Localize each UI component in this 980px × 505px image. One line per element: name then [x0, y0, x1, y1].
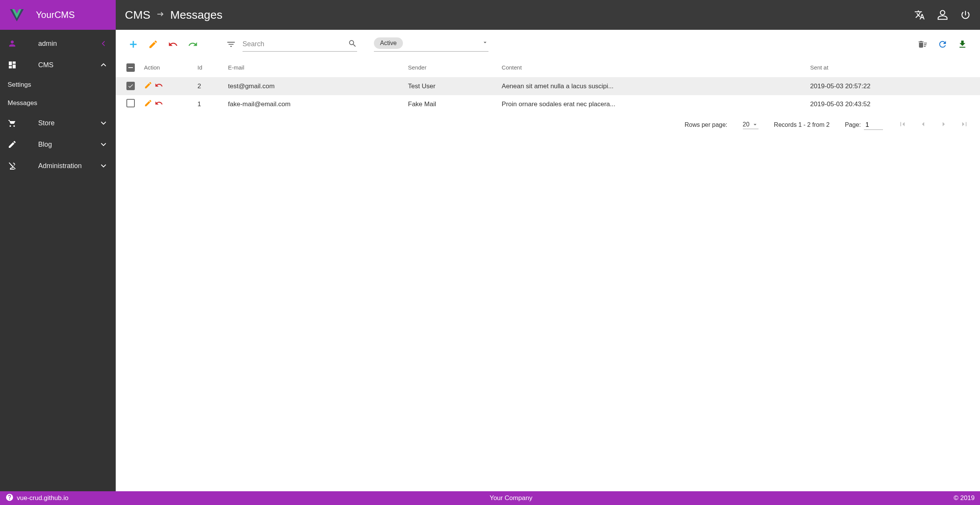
messages-table: Action Id E-mail Sender Content Sent at … — [116, 57, 980, 113]
cell-sender: Test User — [403, 77, 497, 95]
cell-email: test@gmail.com — [223, 77, 403, 95]
dashboard-icon — [8, 60, 17, 70]
page-label: Page: — [845, 121, 861, 128]
select-all-checkbox[interactable] — [126, 63, 135, 72]
sidebar: admin CMS Settings Messages — [0, 30, 116, 491]
main-content: Active — [116, 30, 980, 491]
pagination-nav — [898, 120, 969, 130]
edit-icon — [8, 140, 17, 149]
delete-sweep-button[interactable] — [914, 36, 931, 53]
filter-button[interactable] — [223, 36, 239, 53]
row-edit-button[interactable] — [144, 99, 152, 109]
footer: vue-crud.github.io Your Company © 2019 — [0, 491, 980, 505]
brand-area[interactable]: YourCMS — [0, 0, 116, 30]
redo-button[interactable] — [184, 36, 201, 53]
cell-sender: Fake Mail — [403, 95, 497, 113]
person-icon[interactable] — [937, 10, 948, 20]
topbar-actions — [914, 10, 971, 20]
chevron-down-icon — [99, 140, 108, 149]
page-input[interactable] — [864, 120, 883, 130]
chevron-left-icon — [99, 39, 108, 48]
row-undo-button[interactable] — [155, 81, 163, 91]
topbar-main: CMS Messages — [116, 0, 980, 30]
th-email[interactable]: E-mail — [223, 57, 403, 77]
chevron-down-icon — [99, 161, 108, 170]
last-page-button[interactable] — [960, 120, 969, 130]
row-undo-button[interactable] — [155, 99, 163, 109]
breadcrumb-root: CMS — [125, 8, 150, 21]
row-edit-button[interactable] — [144, 81, 152, 91]
sidebar-item-cms[interactable]: CMS — [0, 54, 116, 76]
sidebar-item-label: CMS — [38, 61, 99, 69]
table-row[interactable]: 2test@gmail.comTest UserAenean sit amet … — [116, 77, 980, 95]
topbar: YourCMS CMS Messages — [0, 0, 980, 30]
cart-icon — [8, 118, 17, 128]
cell-email: fake-mail@email.com — [223, 95, 403, 113]
sidebar-item-blog[interactable]: Blog — [0, 134, 116, 155]
page-input-wrap: Page: — [845, 120, 883, 130]
person-add-disabled-icon — [8, 161, 17, 170]
footer-link[interactable]: vue-crud.github.io — [17, 494, 68, 502]
row-checkbox[interactable] — [126, 82, 135, 90]
sidebar-item-administration[interactable]: Administration — [0, 155, 116, 176]
cell-content: Proin ornare sodales erat nec placera... — [497, 95, 806, 113]
search-input[interactable] — [243, 37, 348, 51]
translate-icon[interactable] — [914, 10, 925, 20]
th-action: Action — [139, 57, 193, 77]
edit-button[interactable] — [145, 36, 162, 53]
rows-per-page-select[interactable]: 20 — [743, 121, 759, 129]
next-page-button[interactable] — [940, 120, 948, 130]
add-button[interactable] — [125, 36, 142, 53]
th-sender[interactable]: Sender — [403, 57, 497, 77]
sidebar-item-store[interactable]: Store — [0, 112, 116, 134]
cell-sent_at: 2019-05-03 20:43:52 — [805, 95, 980, 113]
logo-icon — [8, 8, 26, 23]
cell-content: Aenean sit amet nulla a lacus suscipi... — [497, 77, 806, 95]
th-content[interactable]: Content — [497, 57, 806, 77]
sidebar-user-label: admin — [38, 40, 99, 48]
status-filter[interactable]: Active — [374, 37, 488, 52]
undo-button[interactable] — [165, 36, 181, 53]
cell-id: 1 — [193, 95, 223, 113]
brand-text: YourCMS — [36, 10, 75, 20]
search-field[interactable] — [243, 37, 357, 52]
records-text: Records 1 - 2 from 2 — [774, 121, 830, 128]
rpp-value: 20 — [743, 121, 750, 128]
th-sent-at[interactable]: Sent at — [805, 57, 980, 77]
sidebar-sub-messages[interactable]: Messages — [0, 94, 116, 112]
search-icon — [348, 39, 357, 49]
status-chip[interactable]: Active — [374, 37, 403, 49]
sidebar-item-label: Blog — [38, 141, 99, 149]
chevron-down-icon — [99, 118, 108, 128]
power-icon[interactable] — [960, 10, 971, 20]
download-button[interactable] — [954, 36, 971, 53]
breadcrumb: CMS Messages — [125, 8, 222, 21]
sidebar-sub-settings[interactable]: Settings — [0, 76, 116, 94]
breadcrumb-page: Messages — [170, 8, 223, 21]
table-row[interactable]: 1fake-mail@email.comFake MailProin ornar… — [116, 95, 980, 113]
prev-page-button[interactable] — [919, 120, 927, 130]
sidebar-item-label: Store — [38, 119, 99, 127]
rows-per-page-label: Rows per page: — [685, 121, 728, 128]
help-icon[interactable] — [5, 493, 17, 503]
toolbar: Active — [116, 36, 980, 57]
footer-company: Your Company — [68, 494, 954, 502]
chevron-up-icon — [99, 60, 108, 70]
refresh-button[interactable] — [934, 36, 951, 53]
cell-sent_at: 2019-05-03 20:57:22 — [805, 77, 980, 95]
sidebar-item-label: Administration — [38, 162, 99, 170]
person-icon — [8, 39, 17, 48]
pagination: Rows per page: 20 Records 1 - 2 from 2 P… — [116, 113, 980, 137]
row-checkbox[interactable] — [126, 99, 135, 107]
th-id[interactable]: Id — [193, 57, 223, 77]
footer-copyright: © 2019 — [954, 494, 975, 502]
sidebar-user[interactable]: admin — [0, 33, 116, 54]
dropdown-icon — [752, 121, 758, 128]
cell-id: 2 — [193, 77, 223, 95]
first-page-button[interactable] — [898, 120, 907, 130]
arrow-right-icon — [156, 8, 165, 21]
